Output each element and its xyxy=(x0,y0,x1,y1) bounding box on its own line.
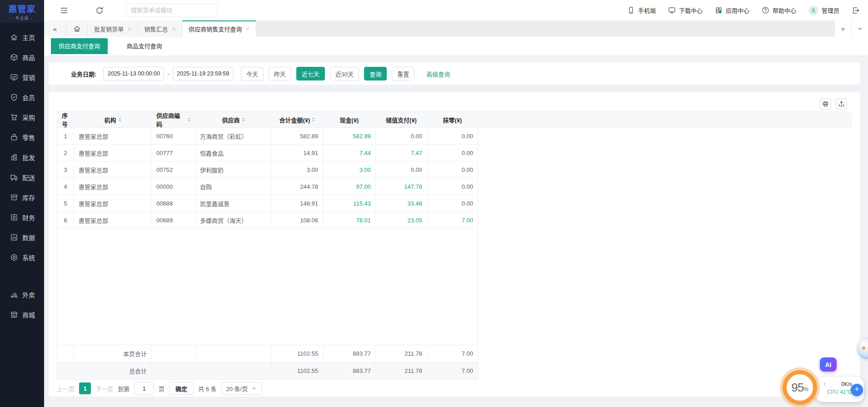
print-button[interactable] xyxy=(820,98,831,110)
table-cell: 00760 xyxy=(152,128,195,144)
column-header-label: 抹零(¥) xyxy=(443,116,462,124)
tabs-menu-button[interactable] xyxy=(851,20,868,37)
sidebar-item-delivery-truck[interactable]: 配送 xyxy=(0,167,44,187)
sidebar-item-goods-cube[interactable]: 商品 xyxy=(0,47,44,67)
sort-carets-icon[interactable] xyxy=(242,116,245,123)
sort-carets-icon[interactable] xyxy=(188,116,190,123)
logout-button[interactable] xyxy=(852,6,860,15)
sidebar-item-purchase-cart[interactable]: 采购 xyxy=(0,107,44,127)
goto-confirm-button[interactable]: 确定 xyxy=(169,382,194,395)
delivery-truck-icon xyxy=(10,173,18,181)
sidebar-item-home[interactable]: 主页 xyxy=(0,27,44,47)
quick-range-button[interactable]: 近七天 xyxy=(296,67,325,80)
table-row[interactable]: 5惠管家总部00688凯里鑫诚意148.91115.4333.480.00 xyxy=(57,195,478,212)
quick-add-button[interactable]: + xyxy=(851,384,863,396)
page-size-select[interactable]: 20 条/页 xyxy=(221,382,262,395)
sub-tab[interactable]: 供应商支付查询 xyxy=(51,38,108,54)
tabs-scroll-left-button[interactable]: « xyxy=(44,20,66,37)
sidebar-item-label: 零售 xyxy=(22,133,35,142)
query-button[interactable]: 查询 xyxy=(364,67,387,80)
table-cell: 伊利酸奶 xyxy=(195,161,272,178)
sort-carets-icon[interactable] xyxy=(119,116,121,123)
menu-search[interactable] xyxy=(126,4,218,17)
topbar-link-app-grid[interactable]: 应用中心 xyxy=(715,6,749,15)
goto-page-input[interactable] xyxy=(134,382,154,395)
prev-page-button[interactable]: 上一页 xyxy=(57,384,75,393)
sidebar-item-wholesale-building[interactable]: 批发 xyxy=(0,147,44,167)
user-menu[interactable]: 管理员 xyxy=(808,5,839,15)
sidebar-item-member-badge[interactable]: 会员 xyxy=(0,87,44,107)
table-row[interactable]: 4惠管家总部00000自购244.7897.00147.780.00 xyxy=(57,178,478,195)
chevron-down-icon[interactable] xyxy=(211,7,214,14)
sidebar-item-takeout-scooter[interactable]: 外卖 xyxy=(0,285,44,305)
current-page-button[interactable]: 1 xyxy=(79,382,91,394)
help-circle-icon xyxy=(762,6,769,14)
date-from-input[interactable] xyxy=(103,67,164,80)
topbar-link-download-monitor[interactable]: 下载中心 xyxy=(668,6,703,15)
advanced-search-link[interactable]: 高级查询 xyxy=(426,70,450,78)
table-cell: 78.01 xyxy=(323,212,376,228)
home-icon xyxy=(73,25,81,33)
tab-strip: « 批发销货单×销售汇总×供应商销售支付查询× » xyxy=(44,20,868,37)
table-cell: 多蝶商贸（海天） xyxy=(195,212,272,228)
sidebar-item-system-gear[interactable]: 系统 xyxy=(0,247,44,267)
total-empty-cell xyxy=(57,362,74,379)
table-cell: 582.89 xyxy=(272,128,323,144)
table-cell: 97.00 xyxy=(323,178,376,195)
export-button[interactable] xyxy=(836,98,847,110)
table-cell: 0.00 xyxy=(427,178,478,195)
retail-bag-icon xyxy=(10,133,18,141)
page-tab[interactable]: 批发销货单× xyxy=(88,20,138,37)
close-tab-icon[interactable]: × xyxy=(246,25,249,32)
sidebar-item-data-chart[interactable]: 数据 xyxy=(0,227,44,247)
brand-logo[interactable]: 惠管家 - 专业版 - xyxy=(0,0,44,23)
sidebar-item-finance-safe[interactable]: 财务 xyxy=(0,207,44,227)
total-cell: 7.00 xyxy=(427,345,478,362)
tab-home[interactable] xyxy=(66,20,88,37)
date-to-input[interactable] xyxy=(173,67,234,80)
sort-carets-icon[interactable] xyxy=(312,116,315,123)
quick-range-button[interactable]: 近30天 xyxy=(330,67,359,80)
page-tab[interactable]: 供应商销售支付查询× xyxy=(182,20,256,37)
quick-range-buttons: 今天昨天近七天近30天 xyxy=(234,67,359,80)
system-gear-icon xyxy=(10,253,18,261)
sidebar-item-mall-store[interactable]: 商城 xyxy=(0,305,44,325)
table-row[interactable]: 3惠管家总部00752伊利酸奶3.003.000.000.00 xyxy=(57,161,478,178)
tabs-scroll-right-button[interactable]: » xyxy=(834,20,851,37)
table-cell: 方海商贸（彩虹） xyxy=(195,128,272,144)
next-page-button[interactable]: 下一页 xyxy=(95,384,113,393)
quick-range-button[interactable]: 昨天 xyxy=(269,67,291,80)
topbar-link-help-circle[interactable]: 帮助中心 xyxy=(762,6,796,15)
table-cell: 惠管家总部 xyxy=(74,128,152,144)
sidebar-item-label: 商城 xyxy=(22,310,35,319)
close-tab-icon[interactable]: × xyxy=(128,25,131,32)
sidebar-item-inventory-box[interactable]: 库存 xyxy=(0,187,44,207)
quick-range-button[interactable]: 今天 xyxy=(241,67,264,80)
table-cell: 00688 xyxy=(152,195,195,211)
table-cell: 00689 xyxy=(152,212,195,228)
page-tab[interactable]: 销售汇总× xyxy=(138,20,183,37)
sidebar-item-marketing-monitor[interactable]: 营销 xyxy=(0,67,44,87)
table-row[interactable]: 2惠管家总部00777恒鑫食品14.917.447.470.00 xyxy=(57,145,478,161)
download-monitor-icon xyxy=(668,6,676,14)
sub-tab[interactable]: 商品支付查询 xyxy=(116,38,173,54)
sidebar-item-retail-bag[interactable]: 零售 xyxy=(0,127,44,147)
wholesale-building-icon xyxy=(10,153,18,161)
table-row[interactable]: 1惠管家总部00760方海商贸（彩虹）582.89582.890.000.00 xyxy=(57,128,478,145)
collapse-sidebar-icon[interactable] xyxy=(60,6,69,15)
topbar-link-label: 下载中心 xyxy=(679,6,703,15)
refresh-icon[interactable] xyxy=(95,6,104,15)
phone-icon xyxy=(627,6,635,14)
reset-button[interactable]: 重置 xyxy=(392,67,414,80)
search-input[interactable] xyxy=(131,7,211,14)
table-cell: 7.00 xyxy=(427,212,478,228)
table-cell: 0.00 xyxy=(376,128,427,144)
topbar-link-label: 手机端 xyxy=(638,6,656,15)
close-tab-icon[interactable]: × xyxy=(172,25,176,32)
health-score-widget[interactable]: 95 % xyxy=(783,370,817,405)
topbar-link-phone[interactable]: 手机端 xyxy=(627,6,656,15)
pagination: 上一页 1 下一页 到第 页 确定 共 6 条 20 条/页 xyxy=(57,382,852,395)
ai-assistant-button[interactable]: AI xyxy=(820,357,837,372)
top-bar: 手机端下载中心应用中心帮助中心管理员 xyxy=(44,0,868,20)
table-row[interactable]: 6惠管家总部00689多蝶商贸（海天）108.0678.0123.057.00 xyxy=(57,212,478,229)
